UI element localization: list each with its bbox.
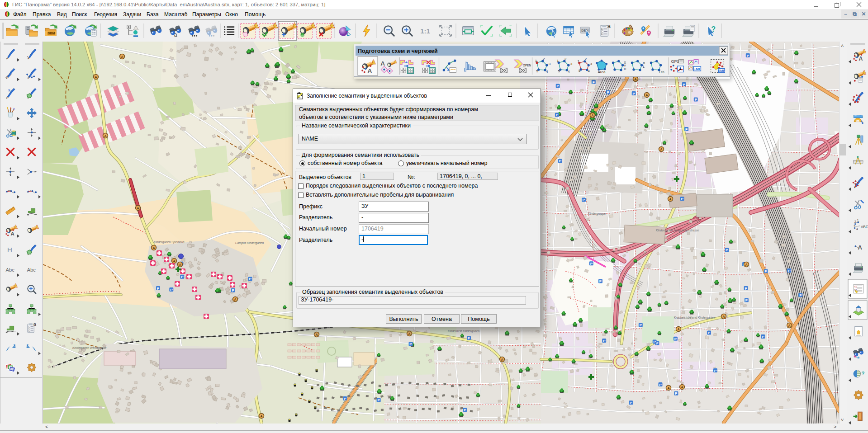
- svg-text:A: A: [315, 333, 318, 336]
- svg-text:P: P: [747, 54, 749, 58]
- svg-text:1: 1: [578, 59, 579, 63]
- svg-text:4: 4: [568, 70, 570, 74]
- svg-text:A: A: [368, 67, 372, 74]
- svg-text:H: H: [624, 67, 626, 71]
- svg-text:3: 3: [590, 62, 592, 66]
- svg-text:Подготовка схем и чертежей: Подготовка схем и чертежей: [358, 48, 438, 54]
- svg-text:A: A: [667, 386, 669, 390]
- svg-text:P: P: [714, 369, 717, 373]
- svg-text:P: P: [695, 98, 697, 102]
- svg-text:a: a: [607, 23, 611, 29]
- svg-text:2: 2: [854, 220, 856, 223]
- svg-text:A: A: [645, 94, 648, 97]
- svg-text:P: P: [249, 277, 251, 281]
- svg-text:P: P: [557, 84, 560, 88]
- svg-text:P: P: [593, 80, 595, 85]
- svg-text:A: A: [408, 332, 410, 335]
- svg-text:P: P: [170, 288, 173, 292]
- svg-text:OPEN: OPEN: [523, 64, 531, 67]
- svg-text:P: P: [590, 262, 593, 266]
- svg-text:A: A: [95, 75, 97, 79]
- svg-text:P: P: [708, 331, 711, 335]
- svg-text:?: ?: [8, 88, 10, 93]
- svg-text:P: P: [344, 397, 346, 401]
- svg-text:Area: Area: [598, 70, 606, 74]
- svg-text:3: 3: [548, 62, 550, 66]
- svg-text:3: 3: [854, 225, 855, 228]
- svg-text:P: P: [681, 197, 684, 201]
- svg-text:3: 3: [570, 62, 572, 66]
- svg-text:a: a: [174, 32, 177, 38]
- svg-text:A: A: [660, 148, 662, 151]
- svg-text:Kindergarten Jungszingerstrass: Kindergarten Jungszingerstrasse: [656, 229, 699, 232]
- svg-text:2: 2: [564, 57, 567, 61]
- svg-text:P: P: [654, 340, 656, 344]
- svg-text:?: ?: [711, 25, 716, 33]
- svg-text:A: A: [260, 414, 262, 418]
- svg-text:2: 2: [543, 57, 545, 61]
- svg-text:A: A: [104, 134, 106, 137]
- svg-text:X: X: [624, 61, 626, 64]
- svg-text:P: P: [788, 269, 791, 273]
- svg-text:L: L: [643, 65, 645, 68]
- svg-text:DBM: DBM: [48, 32, 55, 35]
- svg-text:Abc: Abc: [27, 267, 36, 273]
- svg-text:P: P: [603, 339, 606, 343]
- svg-text:1:1: 1:1: [420, 28, 430, 35]
- svg-text:Y: Y: [624, 64, 626, 67]
- svg-text:4: 4: [856, 227, 858, 231]
- svg-text:A: A: [179, 263, 181, 266]
- svg-text:Krabbelstube und Kindergarten: Krabbelstube und Kindergarten: [674, 316, 715, 320]
- svg-text:P: P: [762, 335, 764, 339]
- svg-text:P: P: [464, 408, 466, 412]
- svg-text:K2: K2: [854, 286, 857, 288]
- svg-text:4: 4: [546, 70, 548, 74]
- svg-text:P: P: [181, 275, 184, 279]
- svg-text:P: P: [556, 113, 559, 117]
- svg-text:P: P: [232, 288, 235, 292]
- svg-text:Kindergruppe: Kindergruppe: [588, 212, 606, 216]
- svg-text:P: P: [409, 342, 412, 346]
- svg-text:P: P: [633, 92, 636, 96]
- svg-text:Abc: Abc: [5, 267, 14, 273]
- svg-text:A: A: [10, 231, 14, 236]
- svg-text:A: A: [173, 259, 175, 263]
- svg-text:Campus Kindergarten: Campus Kindergarten: [235, 241, 264, 245]
- svg-text:5: 5: [536, 69, 538, 73]
- svg-text:P: P: [559, 159, 562, 163]
- svg-text:Len: Len: [659, 71, 664, 74]
- svg-text:A: A: [121, 55, 123, 58]
- svg-text:1: 1: [557, 59, 559, 63]
- svg-text:A: A: [858, 244, 863, 251]
- svg-text:?: ?: [862, 371, 865, 376]
- svg-text:A: A: [380, 60, 385, 67]
- svg-text:P: P: [674, 337, 677, 341]
- svg-text:P: P: [799, 293, 802, 297]
- svg-text:Kindergarten Wernstrasse: Kindergarten Wernstrasse: [72, 346, 107, 350]
- svg-text:A: A: [137, 207, 139, 210]
- svg-text:A: A: [681, 386, 683, 389]
- svg-text:P: P: [764, 269, 767, 273]
- svg-text:a: a: [33, 321, 36, 327]
- svg-text:A: A: [669, 198, 671, 201]
- svg-text:P: P: [683, 83, 686, 87]
- svg-text:P: P: [659, 383, 662, 387]
- svg-text:1: 1: [857, 219, 859, 222]
- svg-text:P: P: [745, 298, 748, 302]
- svg-text:Kindergarten Spielhaus: Kindergarten Spielhaus: [154, 240, 185, 244]
- svg-text:A: A: [152, 246, 155, 249]
- svg-text:P: P: [630, 401, 632, 405]
- svg-text:P: P: [726, 248, 728, 252]
- svg-text:A: A: [745, 263, 747, 266]
- svg-text:A: A: [234, 298, 236, 301]
- svg-text:A: A: [722, 315, 725, 318]
- svg-text:EMF: EMF: [693, 67, 701, 71]
- svg-text:P: P: [607, 90, 610, 94]
- svg-text:P: P: [157, 287, 160, 291]
- svg-text:Kindernest Kindergarten: Kindernest Kindergarten: [448, 329, 479, 333]
- svg-text:2: 2: [585, 57, 587, 61]
- svg-text:H: H: [7, 246, 12, 254]
- svg-text:A: A: [859, 56, 863, 62]
- svg-text:ABC: ABC: [861, 225, 868, 229]
- svg-text:P: P: [599, 279, 602, 283]
